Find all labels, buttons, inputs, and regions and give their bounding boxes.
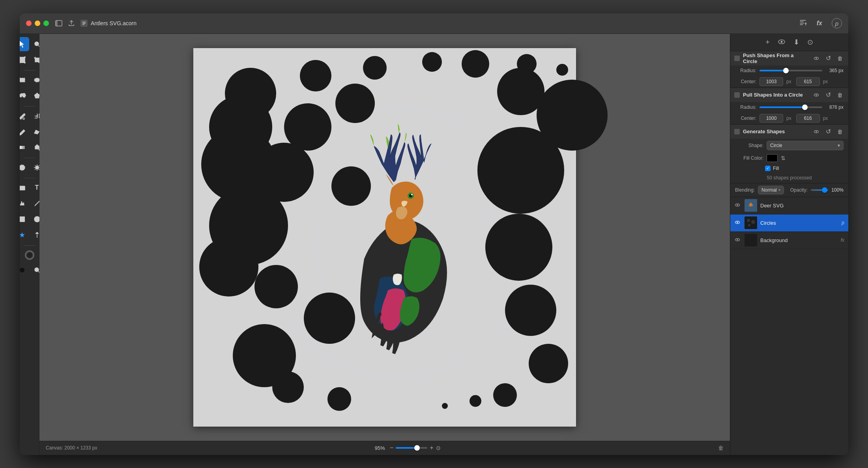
text-metrics-icon[interactable]	[799, 18, 807, 29]
pull-radius-slider[interactable]	[760, 106, 822, 108]
svg-marker-12	[34, 93, 40, 98]
svg-rect-20	[20, 186, 25, 190]
fill-label: Fill	[773, 166, 779, 171]
opacity-slider[interactable]	[811, 189, 829, 191]
shape-tool[interactable]	[20, 212, 29, 226]
layer-background[interactable]: Background fx	[730, 232, 848, 249]
fill-checkbox[interactable]: ✓	[765, 166, 771, 171]
zoom-plus-btn[interactable]: +	[430, 444, 433, 451]
fill-color-swatch[interactable]	[767, 154, 778, 162]
checkmark-icon: ✓	[766, 166, 769, 170]
generate-shapes-reset-btn[interactable]: ↺	[824, 127, 832, 136]
zoom-controls: − + ⊙	[390, 444, 441, 451]
pull-shapes-reset-btn[interactable]: ↺	[824, 91, 832, 99]
layer-circles[interactable]: Circles p	[730, 214, 848, 232]
push-center-y[interactable]	[796, 77, 820, 86]
push-radius-value: 365 px	[825, 68, 844, 73]
blending-row: Blending: Normal ▾ Opacity: 100%	[730, 183, 848, 197]
share-icon[interactable]	[68, 20, 75, 27]
push-shapes-header: Push Shapes From a Circle ↺ 🗑	[730, 51, 848, 65]
pencil-tool[interactable]	[20, 125, 29, 139]
fill-color-row: Fill Color: ⇅	[730, 152, 848, 164]
push-shapes-filter: Push Shapes From a Circle ↺ 🗑 Radius: 36…	[730, 51, 848, 88]
tool-separator-1	[24, 70, 36, 71]
blend-arrow: ▾	[778, 188, 780, 192]
pen-tool[interactable]	[20, 196, 29, 211]
canvas-container[interactable]	[39, 34, 730, 441]
layer-circles-thumb	[745, 216, 757, 229]
pull-drag-handle[interactable]	[734, 92, 740, 98]
generate-drag-handle[interactable]	[734, 129, 740, 134]
pull-radius-value: 876 px	[825, 104, 844, 110]
layer-deer-svg[interactable]: Deer SVG	[730, 197, 848, 214]
tool-separator-2	[24, 106, 36, 106]
blending-label: Blending:	[735, 187, 755, 193]
svg-point-9	[24, 62, 26, 63]
svg-rect-10	[20, 78, 25, 82]
color-select-tool[interactable]	[20, 263, 29, 277]
fullscreen-button[interactable]	[43, 21, 49, 26]
shape-select-row: Shape: Circle ▾	[730, 139, 848, 152]
generate-shapes-eye-btn[interactable]	[812, 127, 821, 136]
pull-shapes-delete-btn[interactable]: 🗑	[836, 91, 844, 99]
opacity-value: 100%	[831, 187, 844, 193]
circle-3	[363, 56, 387, 80]
lasso-tool[interactable]	[20, 89, 29, 103]
zoom-fit-btn[interactable]: ⊙	[436, 445, 441, 451]
titlebar-right-tools: fx p	[799, 18, 842, 29]
sidebar-toggle-icon[interactable]	[55, 20, 62, 27]
generate-shapes-delete-btn[interactable]: 🗑	[836, 127, 844, 136]
shape-dropdown[interactable]: Circle ▾	[767, 141, 844, 150]
settings-btn[interactable]: ⊙	[807, 38, 813, 47]
svg-point-29	[780, 41, 782, 43]
blur-tool[interactable]	[20, 160, 29, 175]
fill-checkbox-row: ✓ Fill	[730, 164, 848, 173]
brush-tool[interactable]	[20, 109, 29, 123]
star-tool[interactable]: ★	[20, 228, 29, 242]
rect-shape-tool[interactable]	[20, 181, 29, 195]
pull-shapes-eye-btn[interactable]	[812, 91, 821, 99]
delete-btn[interactable]: 🗑	[718, 445, 724, 451]
download-btn[interactable]: ⬇	[793, 38, 799, 47]
pull-center-x[interactable]	[760, 114, 783, 123]
layer-deer-visibility[interactable]	[734, 202, 741, 209]
svg-point-19	[36, 166, 39, 169]
push-radius-slider[interactable]	[760, 70, 822, 71]
push-shapes-delete-btn[interactable]: 🗑	[836, 54, 844, 63]
blend-mode-select[interactable]: Normal ▾	[758, 186, 784, 194]
add-filter-btn[interactable]: +	[765, 38, 770, 47]
select-tool[interactable]	[20, 37, 29, 51]
fill-color-label: Fill Color:	[735, 155, 763, 161]
pull-center-unit-y: px	[823, 116, 828, 121]
filename-text: Antlers SVG.acorn	[91, 20, 137, 26]
transform-tool[interactable]	[20, 53, 29, 67]
swap-colors-btn[interactable]: ⇅	[781, 155, 786, 161]
p-icon[interactable]: p	[832, 18, 842, 28]
push-shapes-eye-btn[interactable]	[812, 54, 821, 63]
gradient-tool[interactable]	[20, 140, 29, 155]
zoom-slider[interactable]	[396, 447, 427, 449]
color-tool[interactable]	[22, 248, 37, 262]
push-center-x[interactable]	[760, 77, 783, 86]
rect-select-tool[interactable]	[20, 73, 29, 87]
zoom-minus-btn[interactable]: −	[390, 444, 393, 451]
filter-drag-handle[interactable]	[734, 56, 740, 61]
pull-center-y[interactable]	[796, 114, 820, 123]
svg-point-46	[737, 239, 738, 240]
circle-18	[272, 371, 304, 403]
fx-icon[interactable]: fx	[817, 20, 822, 27]
layer-bg-visibility[interactable]	[734, 237, 741, 243]
panel-top-toolbar: + ⬇ ⊙	[730, 34, 848, 51]
layer-bg-badge: fx	[841, 237, 844, 243]
pull-radius-row: Radius: 876 px	[730, 102, 848, 112]
layer-circles-visibility[interactable]	[734, 220, 741, 226]
push-shapes-reset-btn[interactable]: ↺	[824, 54, 832, 63]
svg-point-18	[21, 166, 23, 169]
minimize-button[interactable]	[35, 21, 40, 26]
eye-filter-btn[interactable]	[778, 38, 786, 47]
svg-marker-3	[20, 41, 24, 48]
circle-5	[462, 50, 489, 78]
close-button[interactable]	[26, 21, 32, 26]
canvas-size-label: Canvas: 2000 × 1233 px	[46, 445, 97, 451]
shape-select-label: Shape:	[735, 143, 763, 148]
